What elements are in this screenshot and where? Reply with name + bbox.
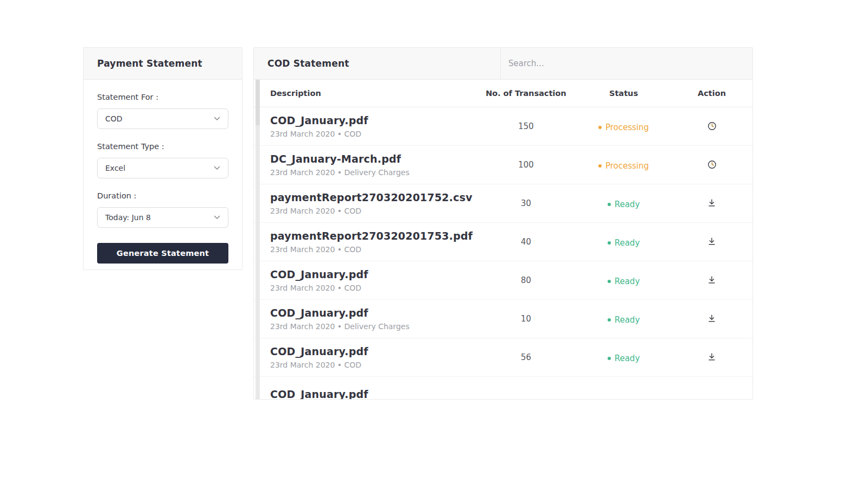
status-dot-icon <box>608 280 611 283</box>
row-transactions: 10 <box>476 314 576 324</box>
status-label: Ready <box>615 238 640 248</box>
duration-label: Duration : <box>97 191 228 200</box>
payment-statement-header: Payment Statement <box>84 48 242 80</box>
row-status-cell: Ready <box>576 198 671 209</box>
status-dot-icon <box>608 203 611 206</box>
row-status-cell: Ready <box>576 275 671 286</box>
chevron-down-icon <box>214 215 220 220</box>
row-description: COD_January.pdf 23rd March 2020 • COD <box>254 268 476 292</box>
status-dot-icon <box>608 357 611 360</box>
payment-statement-title: Payment Statement <box>97 58 202 69</box>
status-badge: Ready <box>608 238 640 248</box>
statement-table: Description No. of Transaction Status Ac… <box>254 80 752 400</box>
row-description: COD_January.pdf <box>254 388 476 400</box>
pending-clock-icon[interactable] <box>706 120 718 132</box>
download-icon[interactable] <box>706 274 717 285</box>
row-title: paymentReport270320201753.pdf <box>270 230 476 243</box>
status-badge: Ready <box>608 277 640 286</box>
row-title: COD_January.pdf <box>270 345 476 358</box>
row-transactions: 80 <box>476 275 576 285</box>
cod-statement-title-area: COD Statement <box>254 48 500 79</box>
row-title: DC_January-March.pdf <box>270 153 476 166</box>
status-label: Processing <box>605 123 649 132</box>
table-row: COD_January.pdf <box>254 377 752 400</box>
statement-for-label: Statement For : <box>97 93 228 101</box>
status-dot-icon <box>598 164 602 168</box>
row-status-cell: Processing <box>576 159 671 171</box>
row-title: COD_January.pdf <box>270 114 476 127</box>
row-action <box>671 197 752 209</box>
row-meta: 23rd March 2020 • COD <box>270 284 476 292</box>
scrollbar-thumb[interactable] <box>256 80 260 125</box>
vertical-scrollbar[interactable] <box>256 80 260 400</box>
status-badge: Processing <box>598 161 649 171</box>
row-description: COD_January.pdf 23rd March 2020 • Delive… <box>254 307 476 331</box>
row-title: COD_January.pdf <box>270 268 476 281</box>
table-body: COD_January.pdf 23rd March 2020 • COD 15… <box>254 107 752 400</box>
status-badge: Ready <box>608 354 640 363</box>
row-meta: 23rd March 2020 • COD <box>270 245 476 254</box>
status-label: Ready <box>615 354 640 363</box>
row-meta: 23rd March 2020 • Delivery Charges <box>270 168 476 177</box>
cod-statement-title: COD Statement <box>267 58 349 69</box>
status-dot-icon <box>598 126 602 129</box>
status-label: Ready <box>615 277 640 286</box>
cod-statement-header: COD Statement <box>254 48 752 80</box>
table-row: COD_January.pdf 23rd March 2020 • COD 15… <box>254 107 752 146</box>
table-row: COD_January.pdf 23rd March 2020 • COD 80… <box>254 261 752 300</box>
search-input[interactable] <box>501 48 752 79</box>
status-dot-icon <box>608 318 611 322</box>
statement-for-value: COD <box>105 114 123 123</box>
row-status-cell: Ready <box>576 352 671 363</box>
row-action <box>671 159 752 171</box>
statement-type-select[interactable]: Excel <box>97 158 228 178</box>
row-status-cell: Ready <box>576 313 671 325</box>
status-label: Processing <box>605 161 649 171</box>
row-description: paymentReport270320201753.pdf 23rd March… <box>254 230 476 254</box>
row-meta: 23rd March 2020 • COD <box>270 361 476 369</box>
pending-clock-icon[interactable] <box>706 159 718 170</box>
statement-type-label: Statement Type : <box>97 142 228 151</box>
cod-statement-panel: COD Statement Description No. of Transac… <box>253 47 753 400</box>
column-header-description: Description <box>254 89 476 98</box>
row-action <box>671 120 752 133</box>
status-label: Ready <box>615 315 640 325</box>
download-icon[interactable] <box>706 197 717 208</box>
statement-for-select[interactable]: COD <box>97 108 228 129</box>
payment-statement-panel: Payment Statement Statement For : COD St… <box>83 47 242 270</box>
column-header-transactions: No. of Transaction <box>476 89 576 98</box>
row-title: COD_January.pdf <box>270 307 476 320</box>
row-description: COD_January.pdf 23rd March 2020 • COD <box>254 345 476 369</box>
statement-type-value: Excel <box>105 164 125 172</box>
download-icon[interactable] <box>706 313 717 324</box>
chevron-down-icon <box>214 166 220 170</box>
row-meta: 23rd March 2020 • COD <box>270 207 476 215</box>
row-action <box>671 313 752 325</box>
row-transactions: 40 <box>476 237 576 247</box>
table-header-row: Description No. of Transaction Status Ac… <box>254 80 752 107</box>
status-badge: Ready <box>608 315 640 325</box>
table-row: paymentReport270320201752.csv 23rd March… <box>254 184 752 223</box>
row-action <box>671 236 752 248</box>
download-icon[interactable] <box>706 351 717 362</box>
chevron-down-icon <box>214 117 220 121</box>
row-meta: 23rd March 2020 • Delivery Charges <box>270 322 476 331</box>
duration-select[interactable]: Today: Jun 8 <box>97 207 228 228</box>
row-title: COD_January.pdf <box>270 388 476 400</box>
row-action <box>671 274 752 286</box>
status-badge: Processing <box>598 123 649 132</box>
row-description: COD_January.pdf 23rd March 2020 • COD <box>254 114 476 138</box>
generate-statement-button[interactable]: Generate Statement <box>97 243 228 264</box>
row-action <box>671 351 752 363</box>
statement-form: Statement For : COD Statement Type : Exc… <box>84 80 242 264</box>
search-area <box>500 48 752 79</box>
row-transactions: 30 <box>476 198 576 208</box>
status-dot-icon <box>608 241 611 245</box>
table-row: COD_January.pdf 23rd March 2020 • COD 56… <box>254 338 752 377</box>
download-icon[interactable] <box>706 236 717 247</box>
column-header-status: Status <box>576 89 671 98</box>
row-description: DC_January-March.pdf 23rd March 2020 • D… <box>254 153 476 177</box>
row-transactions: 150 <box>476 121 576 131</box>
table-row: COD_January.pdf 23rd March 2020 • Delive… <box>254 300 752 338</box>
status-label: Ready <box>615 200 640 209</box>
